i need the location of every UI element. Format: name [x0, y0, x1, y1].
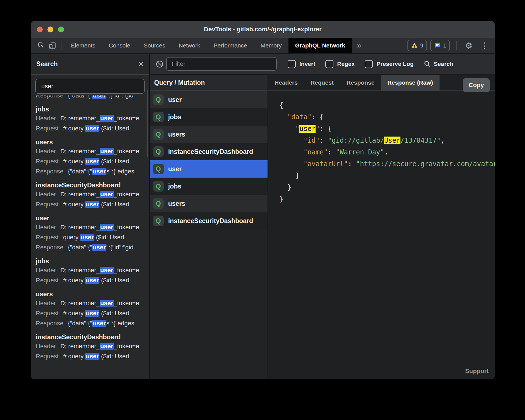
search-result-row[interactable]: Requestquery user ($id: UserI	[36, 232, 149, 242]
json-token	[279, 137, 304, 144]
search-result-row[interactable]: Request# query user ($id: UserI	[36, 308, 149, 318]
close-window-button[interactable]	[37, 27, 43, 32]
search-input[interactable]	[35, 79, 145, 94]
clear-icon[interactable]	[156, 60, 163, 68]
result-row-label: Header	[36, 191, 56, 198]
checkbox-label: Invert	[299, 61, 315, 67]
query-list-item[interactable]: Qjobs	[150, 178, 268, 195]
tab-elements[interactable]: Elements	[64, 38, 102, 53]
search-result-row[interactable]: HeaderD; remember_user_token=e	[36, 146, 149, 156]
tab-request[interactable]: Request	[304, 75, 340, 90]
search-result-row[interactable]: HeaderD; remember_user_token=e	[36, 265, 149, 275]
close-search-icon[interactable]: ×	[139, 60, 144, 68]
search-result-row[interactable]: Response{"data":{"user":{"id":"gid	[36, 242, 149, 252]
warnings-badge[interactable]: 9	[407, 40, 427, 51]
search-result-row[interactable]: Request# query user ($id: UserI	[36, 275, 149, 285]
query-list-item[interactable]: QinstanceSecurityDashboard	[150, 212, 268, 230]
result-text: ($id: UserI	[94, 234, 125, 241]
search-icon	[424, 60, 431, 68]
result-text: ($id: UserI	[99, 158, 130, 165]
settings-icon[interactable]: ⚙	[463, 41, 475, 51]
search-result-group-title: users	[36, 290, 149, 298]
tab-network[interactable]: Network	[172, 38, 207, 53]
tab-sources[interactable]: Sources	[137, 38, 172, 53]
json-token: ,	[384, 148, 388, 156]
toolbar-search-label: Search	[434, 61, 453, 67]
menu-icon[interactable]: ⋮	[478, 41, 491, 51]
issues-badge[interactable]: 1	[430, 40, 450, 51]
devtools-window: DevTools - gitlab.com/-/graphql-explorer…	[31, 21, 495, 379]
zoom-window-button[interactable]	[58, 27, 64, 32]
support-link[interactable]: Support	[465, 367, 489, 375]
inspect-element-icon[interactable]	[36, 40, 47, 51]
copy-button[interactable]: Copy	[463, 78, 490, 92]
json-token: /13704317"	[400, 137, 441, 144]
result-row-label: Header	[36, 300, 56, 307]
query-list-item[interactable]: Qusers	[150, 195, 268, 212]
result-text: {"data":{"	[68, 244, 92, 251]
toolbar-search[interactable]: Search	[424, 60, 453, 68]
tab-response-raw[interactable]: Response (Raw)	[381, 75, 439, 90]
result-text: # query	[63, 158, 85, 165]
query-list-item[interactable]: Quser	[150, 160, 268, 178]
filter-input[interactable]	[166, 57, 277, 71]
query-list-item[interactable]: QinstanceSecurityDashboard	[150, 143, 268, 160]
match-highlight: user	[100, 191, 114, 198]
json-token: }	[279, 183, 291, 191]
checkbox-box	[365, 60, 373, 68]
warning-icon	[411, 42, 418, 49]
search-result-row[interactable]: HeaderD; remember_user_token=e	[36, 341, 149, 351]
json-line: "data": {	[279, 111, 495, 123]
match-highlight: user	[100, 267, 114, 274]
json-line: }	[279, 193, 495, 205]
result-text: s":{"edges	[106, 168, 134, 175]
query-list-item[interactable]: Qusers	[150, 126, 268, 143]
query-list-item[interactable]: Qjobs	[150, 108, 268, 126]
result-text: _token=e	[114, 300, 139, 307]
query-type-icon: Q	[153, 216, 164, 226]
minimize-window-button[interactable]	[47, 27, 53, 32]
result-text: ($id: UserI	[99, 353, 130, 360]
search-panel-title: Search	[36, 60, 58, 68]
match-highlight: user	[100, 224, 114, 231]
result-row-label: Request	[36, 158, 59, 165]
search-result-row[interactable]: Response{"data":{"user":{"id":"gid	[36, 96, 149, 101]
divider	[61, 41, 61, 50]
search-result-row[interactable]: HeaderD; remember_user_token=e	[36, 298, 149, 308]
search-result-row[interactable]: Request# query user ($id: UserI	[36, 156, 149, 166]
json-token: : {	[312, 113, 324, 121]
query-list-item[interactable]: Quser	[150, 91, 268, 108]
result-row-label: Request	[36, 234, 59, 241]
search-result-row[interactable]: Response{"data":{"users":{"edges	[36, 318, 149, 328]
json-line: "avatarUrl": "https://secure.gravatar.co…	[279, 158, 495, 170]
more-tabs-icon[interactable]: »	[352, 41, 366, 50]
checkbox-preserve-log[interactable]: Preserve Log	[365, 60, 414, 68]
tab-response[interactable]: Response	[340, 75, 381, 90]
graphql-network-panel: InvertRegexPreserve Log Search Query / M…	[150, 54, 495, 379]
tab-headers[interactable]: Headers	[268, 75, 304, 90]
match-highlight: user	[85, 201, 99, 208]
json-search-highlight: User	[384, 137, 400, 144]
json-token: }	[279, 172, 299, 180]
search-result-row[interactable]: Request# query user ($id: UserI	[36, 123, 149, 133]
result-text: D; remember_	[60, 148, 100, 155]
match-highlight: user	[92, 96, 106, 99]
checkbox-invert[interactable]: Invert	[288, 60, 315, 68]
tab-bar-actions: 9 1 ⚙ ⋮	[407, 40, 491, 51]
tab-graphql-network[interactable]: GraphQL Network	[288, 38, 352, 53]
search-result-row[interactable]: HeaderD; remember_user_token=e	[36, 222, 149, 232]
match-highlight: user	[85, 310, 99, 317]
result-row-label: Request	[36, 310, 59, 317]
search-result-row[interactable]: HeaderD; remember_user_token=e	[36, 189, 149, 199]
search-result-row[interactable]: Response{"data":{"users":{"edges	[36, 166, 149, 176]
checkbox-regex[interactable]: Regex	[325, 60, 355, 68]
search-result-row[interactable]: HeaderD; remember_user_token=e	[36, 113, 149, 123]
tab-console[interactable]: Console	[102, 38, 137, 53]
tab-performance[interactable]: Performance	[207, 38, 254, 53]
search-result-row[interactable]: Request# query user ($id: UserI	[36, 351, 149, 361]
query-type-icon: Q	[153, 181, 164, 192]
device-toolbar-icon[interactable]	[47, 40, 58, 51]
scrollbar-thumb[interactable]	[147, 90, 148, 157]
tab-memory[interactable]: Memory	[254, 38, 288, 53]
search-result-row[interactable]: Request# query user ($id: UserI	[36, 199, 149, 209]
